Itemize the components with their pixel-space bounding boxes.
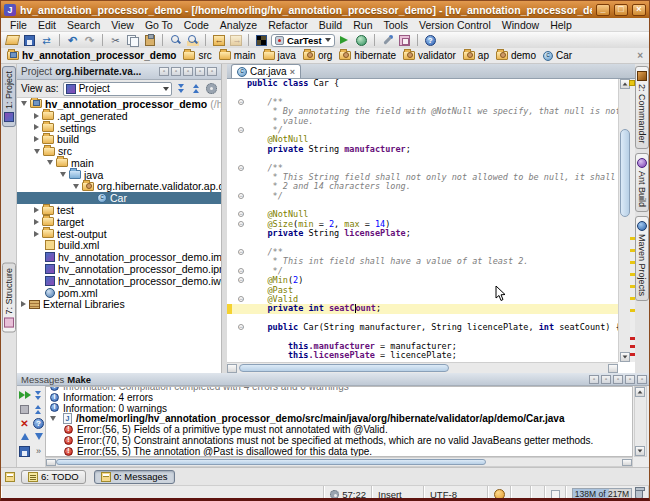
find-icon[interactable] [168, 33, 183, 47]
scroll-to-source-icon[interactable]: ▫ [183, 67, 193, 76]
project-panel-header[interactable]: Project org.hibernate.va... ▫▫▫▫▫ [17, 64, 221, 80]
tree-closed-arrow-icon[interactable] [34, 113, 39, 119]
tree-item-hv_annotation_processor_demo.ipr[interactable]: hv_annotation_processor_demo.ipr [17, 263, 221, 275]
code-line[interactable]: this.licensePlate = licencePlate; [227, 351, 618, 360]
close-icon[interactable]: ✕ [18, 416, 31, 430]
tree-open-arrow-icon[interactable] [60, 172, 66, 177]
collapse-all-icon[interactable] [32, 402, 45, 416]
menu-help[interactable]: Help [545, 19, 577, 31]
toggle-toolwindows-icon[interactable] [5, 472, 15, 482]
code-line[interactable]: private int seatCount; [227, 304, 618, 313]
position-cell[interactable]: 57:22 [324, 486, 372, 501]
scroll-left-arrow[interactable] [227, 364, 237, 373]
code-line[interactable]: * By annotating the field with @NotNull … [227, 107, 618, 116]
readonly-toggle-cell[interactable] [545, 486, 566, 501]
pin-icon[interactable]: ▫ [637, 375, 647, 384]
scroll-to-source-icon[interactable]: ▫ [613, 375, 623, 384]
replace-icon[interactable] [185, 33, 200, 47]
code-line[interactable] [227, 239, 618, 248]
code-line[interactable] [227, 88, 618, 97]
code-line[interactable]: − @Min(2) [227, 276, 618, 285]
tree-closed-arrow-icon[interactable] [34, 207, 39, 213]
warning-stripe-mark[interactable] [630, 237, 635, 240]
breadcrumb-main[interactable]: main [219, 50, 256, 61]
code-line[interactable]: − */ [227, 126, 618, 135]
run-configuration-combobox[interactable]: CarTest [271, 34, 335, 47]
memory-indicator-cell[interactable]: 138M of 217M [566, 486, 649, 501]
insert-mode-cell[interactable]: Insert [372, 486, 424, 501]
code-line[interactable]: @Past [227, 286, 618, 295]
tree-item-.settings[interactable]: .settings [17, 122, 221, 134]
maximize-icon[interactable]: ▫ [171, 67, 181, 76]
tree-open-arrow-icon[interactable] [47, 160, 53, 165]
menu-file[interactable]: File [5, 19, 32, 31]
menu-search[interactable]: Search [62, 19, 105, 31]
help-icon[interactable] [423, 33, 438, 47]
tree-item-test[interactable]: test [17, 204, 221, 216]
code-line[interactable] [227, 333, 618, 342]
code-line[interactable]: * This String field shall not only not a… [227, 173, 618, 182]
back-icon[interactable] [211, 33, 226, 47]
menu-build[interactable]: Build [314, 19, 347, 31]
float-icon[interactable]: ▫ [589, 375, 599, 384]
code-line[interactable]: * value. [227, 117, 618, 126]
garbage-collect-icon[interactable] [635, 489, 643, 499]
tree-item-java[interactable]: java [17, 169, 221, 181]
maximize-icon[interactable]: ▫ [601, 375, 611, 384]
tree-item-src[interactable]: src [17, 145, 221, 157]
maximize-button[interactable]: □ [614, 4, 628, 16]
tree-open-arrow-icon[interactable] [34, 149, 40, 154]
help-icon[interactable] [32, 416, 45, 430]
minimize-button[interactable]: _ [596, 4, 610, 16]
tree-item-hv_annotation_processor_demo.iml[interactable]: hv_annotation_processor_demo.iml [17, 251, 221, 263]
view-as-combobox[interactable]: Project [63, 82, 172, 96]
undo-icon[interactable] [65, 33, 80, 47]
code-line[interactable]: this.manufacturer = manufacturer; [227, 342, 618, 351]
scroll-down-arrow[interactable] [635, 446, 645, 456]
menu-go-to[interactable]: Go To [140, 19, 178, 31]
tool-button-ant-build[interactable]: Ant Build [635, 153, 649, 212]
menu-refactor[interactable]: Refactor [263, 19, 313, 31]
save-all-icon[interactable] [22, 33, 37, 47]
breadcrumb-java[interactable]: java [263, 50, 296, 61]
error-stripe[interactable] [630, 79, 635, 362]
cut-icon[interactable] [108, 33, 123, 47]
navbar-close-icon[interactable]: × [637, 50, 643, 61]
menu-tools[interactable]: Tools [378, 19, 413, 31]
menu-run[interactable]: Run [348, 19, 377, 31]
messages-horizontal-scrollbar[interactable] [45, 457, 633, 467]
editor-horizontal-scrollbar[interactable] [227, 362, 618, 373]
project-structure-icon[interactable] [254, 33, 269, 47]
breadcrumb-ap[interactable]: ap [463, 50, 489, 61]
fold-marker-icon[interactable]: − [238, 193, 244, 199]
fold-marker-icon[interactable]: − [238, 127, 244, 133]
tree-item-hv_annotation_processor_demo.iws[interactable]: hv_annotation_processor_demo.iws [17, 275, 221, 287]
down-icon[interactable] [32, 430, 45, 444]
code-line[interactable]: − /** [227, 248, 618, 257]
code-line[interactable]: − @Size(min = 2, max = 14) [227, 220, 618, 229]
tree-closed-arrow-icon[interactable] [34, 136, 39, 142]
code-line[interactable]: public class Car { [227, 79, 618, 88]
code-line[interactable]: − /** [227, 164, 618, 173]
fold-marker-icon[interactable]: − [238, 211, 244, 217]
error-stripe-mark[interactable] [630, 353, 635, 356]
code-line[interactable]: − */ [227, 267, 618, 276]
menu-window[interactable]: Window [497, 19, 544, 31]
stop-icon[interactable] [18, 402, 31, 416]
breadcrumb-org[interactable]: org [303, 50, 332, 61]
gear-icon[interactable] [206, 83, 217, 94]
message-line[interactable]: Error:(56, 5) Fields of a primitive type… [46, 424, 632, 435]
breadcrumb-hibernate[interactable]: hibernate [339, 50, 396, 61]
tool-button-maven-projects[interactable]: Maven Projects [635, 216, 649, 301]
message-line[interactable]: Information: 0 warnings [46, 403, 632, 414]
tree-item-pom.xml[interactable]: pom.xml [17, 287, 221, 299]
breadcrumb-validator[interactable]: validator [403, 50, 456, 61]
message-line[interactable]: Error:(70, 5) Constraint annotations mus… [46, 435, 632, 446]
title-bar[interactable]: J hv_annotation_processor_demo - [/home/… [1, 1, 649, 18]
up-icon[interactable] [18, 430, 31, 444]
paste-icon[interactable] [142, 33, 157, 47]
tree-closed-arrow-icon[interactable] [34, 124, 39, 130]
rerun-icon[interactable] [18, 388, 31, 402]
code-line[interactable] [227, 154, 618, 163]
scroll-up-arrow[interactable] [635, 387, 645, 397]
